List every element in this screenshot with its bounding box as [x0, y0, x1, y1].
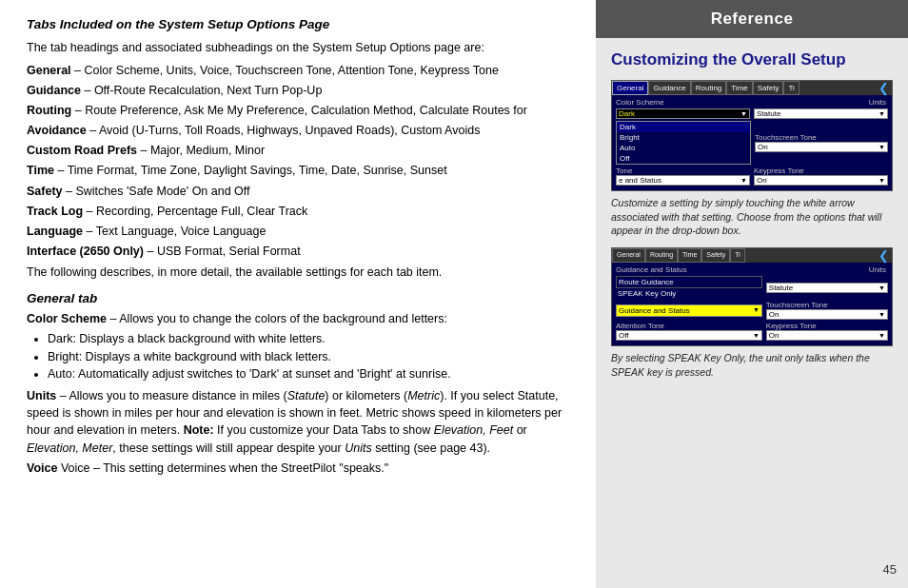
color-scheme-text: – Allows you to change the colors of the… [110, 312, 447, 325]
ss2-guidance-dropdown[interactable]: Guidance and Status ▼ [616, 304, 762, 317]
ss1-keypress-arrow-icon: ▼ [878, 177, 885, 184]
voice-label-inline: Voice [27, 461, 57, 475]
ss1-tab-time[interactable]: Time [726, 81, 752, 95]
ss2-tab-routing[interactable]: Routing [645, 248, 678, 263]
ss2-keypress-select[interactable]: On ▼ [766, 330, 888, 341]
reference-header: Reference [596, 0, 908, 38]
ss1-tone-label: Tone [616, 167, 750, 175]
page-number: 45 [883, 562, 897, 577]
units-entry: Units – Allows you to measure distance i… [27, 387, 569, 457]
bullet-bright: Bright: Displays a white background with… [48, 348, 569, 366]
ss2-back-arrow-icon[interactable]: ❮ [876, 248, 892, 263]
ss2-guidance-label: Guidance and Status [616, 265, 751, 274]
ss2-keypress-arrow-icon: ▼ [878, 332, 885, 339]
ss1-touchscreen-select[interactable]: On ▼ [755, 142, 888, 152]
ss2-guidance-arrow-icon: ▼ [753, 306, 760, 315]
ss1-color-scheme-arrow-icon: ▼ [740, 110, 747, 117]
ss2-tab-time[interactable]: Time [678, 248, 701, 263]
ss1-dropdown-item-bright[interactable]: Bright [617, 132, 750, 143]
ss1-tab-ti[interactable]: Ti [783, 81, 799, 95]
entry-label-language: Language [27, 225, 83, 238]
ss2-touchscreen-arrow-icon: ▼ [878, 311, 885, 318]
ss2-tab-ti[interactable]: Ti [730, 248, 745, 263]
ss2-select-row: Guidance and Status ▼ Touchscreen Tone O… [616, 301, 888, 320]
entry-track-log: Track Log – Recording, Percentage Full, … [27, 203, 569, 220]
ss1-touchscreen-value: On [758, 143, 768, 151]
entry-text-routing: – Route Preference, Ask Me My Preference… [75, 104, 527, 117]
screenshot-1: General Guidance Routing Time Safety Ti … [611, 80, 893, 191]
entry-custom-road: Custom Road Prefs – Major, Medium, Minor [27, 142, 569, 159]
section-heading: Tabs Included on the System Setup Option… [27, 17, 569, 31]
ss2-attention-select[interactable]: Off ▼ [616, 330, 762, 341]
ss2-keypress-area: Keypress Tone On ▼ [766, 322, 888, 341]
screenshot-2: General Routing Time Safety Ti ❮ Guidanc… [611, 247, 893, 346]
ss1-tone-select[interactable]: e and Status ▼ [616, 175, 750, 186]
entry-label-general: General [27, 64, 71, 77]
entry-safety: Safety – Switches 'Safe Mode' On and Off [27, 183, 569, 200]
ss1-touchscreen-area: Touchscreen Tone On ▼ [755, 133, 888, 152]
right-reference-panel: Reference Customizing the Overall Setup … [596, 0, 908, 588]
ss1-units-arrow-icon: ▼ [878, 110, 885, 117]
ss1-tone-area: Tone e and Status ▼ [616, 167, 750, 186]
ss2-body: Guidance and Status Units Route Guidance… [612, 263, 892, 345]
ss1-color-scheme-label: Color Scheme [616, 98, 751, 107]
ss1-body: Color Scheme Units Dark ▼ Statute ▼ [612, 95, 892, 190]
ss2-units-value: Statute [769, 284, 793, 292]
entry-time: Time – Time Format, Time Zone, Daylight … [27, 162, 569, 179]
ss1-keypress-select[interactable]: On ▼ [754, 175, 888, 186]
units-label-inline: Units [27, 389, 56, 402]
ss1-header-row: Color Scheme Units [616, 98, 888, 107]
ss2-tab-safety[interactable]: Safety [701, 248, 730, 263]
ss1-units-select[interactable]: Statute ▼ [754, 108, 888, 119]
entry-text-interface: – USB Format, Serial Format [147, 245, 300, 258]
entry-label-safety: Safety [27, 185, 63, 198]
ss1-touchscreen-arrow-icon: ▼ [878, 144, 885, 150]
entry-text-language: – Text Language, Voice Language [87, 225, 266, 238]
ss2-attention-arrow-icon: ▼ [753, 332, 760, 339]
ss2-attention-value: Off [619, 331, 629, 340]
voice-entry: Voice Voice – This setting determines wh… [27, 460, 569, 477]
ss1-dropdown-item-dark[interactable]: Dark [617, 122, 750, 132]
left-content-panel: Tabs Included on the System Setup Option… [0, 0, 596, 588]
ss1-dropdown-item-off[interactable]: Off [617, 153, 750, 164]
ss2-main-row: Route Guidance SPEAK Key Only Statute ▼ [616, 276, 888, 299]
ss1-units-label: Units [751, 98, 888, 107]
ss1-tab-safety[interactable]: Safety [753, 81, 784, 95]
ss1-color-scheme-select[interactable]: Dark ▼ [616, 108, 750, 119]
ss2-units-area: Statute ▼ [766, 283, 888, 293]
entry-label-custom-road: Custom Road Prefs [27, 144, 137, 157]
units-text: – Allows you to measure distance in mile… [27, 389, 562, 454]
color-scheme-list: Dark: Displays a black background with w… [48, 330, 569, 383]
ss2-touchscreen-select[interactable]: On ▼ [766, 309, 888, 320]
entry-label-interface: Interface (2650 Only) [27, 245, 144, 258]
entry-text-avoidance: – Avoid (U-Turns, Toll Roads, Highways, … [89, 124, 480, 137]
ss1-tone-arrow-icon: ▼ [740, 177, 747, 184]
ss2-touchscreen-area: Touchscreen Tone On ▼ [766, 301, 888, 320]
ss1-tab-routing[interactable]: Routing [691, 81, 727, 95]
ss1-keypress-area: Keypress Tone On ▼ [754, 167, 888, 186]
entry-avoidance: Avoidance – Avoid (U-Turns, Toll Roads, … [27, 122, 569, 139]
entry-label-routing: Routing [27, 104, 71, 117]
ss1-dropdown-open-row: Dark Bright Auto Off Touchscreen Tone On… [616, 121, 888, 165]
entry-label-avoidance: Avoidance [27, 124, 87, 137]
entry-label-guidance: Guidance [27, 84, 81, 97]
ss2-list-area: Route Guidance SPEAK Key Only [616, 276, 762, 299]
voice-text: Voice – This setting determines when the… [61, 461, 388, 475]
ss1-dropdown-item-auto[interactable]: Auto [617, 143, 750, 153]
ss1-back-arrow-icon[interactable]: ❮ [876, 81, 892, 95]
ss2-units-select[interactable]: Statute ▼ [766, 283, 888, 293]
entry-language: Language – Text Language, Voice Language [27, 223, 569, 240]
ss2-route-guidance: Route Guidance [616, 276, 762, 288]
ss1-tab-general[interactable]: General [612, 81, 648, 95]
ss1-touchscreen-label: Touchscreen Tone [755, 133, 888, 142]
ss1-tone-value: e and Status [619, 176, 661, 185]
ss2-tab-general[interactable]: General [612, 248, 645, 263]
caption-2: By selecting SPEAK Key Only, the unit on… [611, 351, 893, 379]
ss1-tab-guidance[interactable]: Guidance [648, 81, 690, 95]
ss1-units-value: Statute [757, 109, 780, 118]
ss2-attention-label: Attention Tone [616, 322, 762, 330]
ss2-tab-bar: General Routing Time Safety Ti ❮ [612, 248, 892, 263]
ss2-bottom-row: Attention Tone Off ▼ Keypress Tone On ▼ [616, 322, 888, 341]
ss2-guidance-select-area: Guidance and Status ▼ [616, 304, 762, 317]
customizing-title: Customizing the Overall Setup [611, 49, 893, 70]
